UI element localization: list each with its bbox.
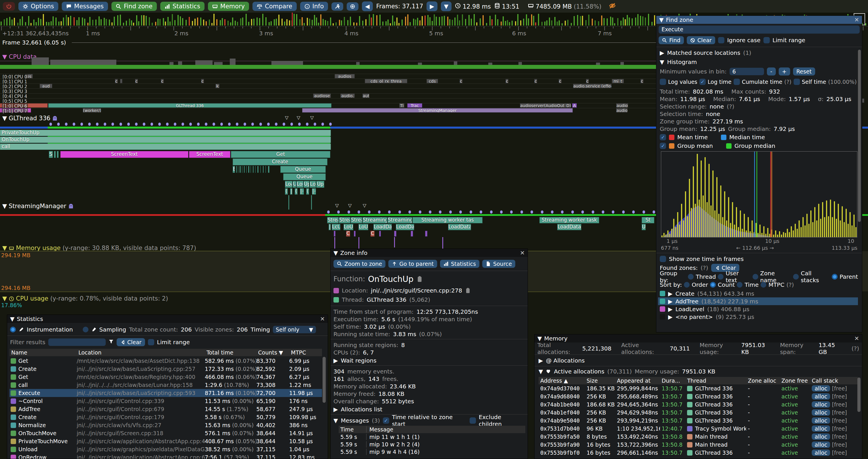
- sample-dot[interactable]: [127, 123, 130, 126]
- timeline-zone[interactable]: St: [642, 217, 654, 223]
- matched-locations-row[interactable]: ▶Matched source locations(1): [660, 49, 858, 57]
- timeline-zone[interactable]: [268, 166, 270, 173]
- sample-dot[interactable]: [166, 123, 168, 126]
- cpu-zone[interactable]: c: [201, 79, 204, 83]
- column-header-address[interactable]: Address ▲: [538, 378, 585, 384]
- alloc-button[interactable]: alloc: [812, 393, 830, 400]
- sample-dot[interactable]: [561, 210, 563, 214]
- timeline-zone[interactable]: U: [642, 224, 646, 230]
- timeline-zone[interactable]: Create: [232, 159, 328, 165]
- sample-dot[interactable]: [530, 210, 533, 214]
- sample-dot[interactable]: [290, 123, 293, 126]
- sample-dot[interactable]: [205, 123, 207, 126]
- stats-table-row[interactable]: Unloadjni/../jni/src/claw/graphics/pixel…: [9, 445, 322, 453]
- clear-button[interactable]: Clear: [687, 36, 715, 44]
- close-icon[interactable]: ✕: [854, 17, 859, 23]
- timeline-zone[interactable]: LoadDaU: [396, 224, 414, 230]
- cpu-zone[interactable]: c: [559, 79, 561, 83]
- sample-dot[interactable]: [228, 123, 230, 126]
- thread-header[interactable]: ▼ GLThread 336: [2, 115, 58, 122]
- timeline-zone[interactable]: [240, 166, 241, 173]
- stats-table-row[interactable]: Createjni/../jni/src/guif/Control.cpp:17…: [9, 413, 322, 421]
- memory-panel-titlebar[interactable]: ▼ Memory✕: [534, 334, 862, 342]
- toolbar-button-info[interactable]: Info: [300, 2, 328, 11]
- sample-dot[interactable]: [490, 210, 493, 214]
- timeline-zone[interactable]: (: [285, 188, 288, 195]
- timeline-zone[interactable]: [334, 231, 336, 236]
- thread-header[interactable]: ▼ StreamingManager: [2, 203, 74, 209]
- power-button[interactable]: [3, 2, 15, 11]
- sample-dot[interactable]: [327, 210, 330, 214]
- filter-input[interactable]: [48, 338, 106, 346]
- memory-table-row[interactable]: 0x74ab9e5040256 KB293,994,219ns13:50.7GL…: [538, 417, 858, 425]
- timeline-zone[interactable]: C: [371, 231, 375, 236]
- sample-dot[interactable]: [541, 210, 544, 214]
- sort-by-count-radio[interactable]: [710, 282, 716, 288]
- timing-dropdown[interactable]: Self only▼: [273, 326, 316, 333]
- timeline-zone[interactable]: [238, 166, 239, 173]
- timeline-zone[interactable]: [57, 151, 59, 158]
- toolbar-button-compare[interactable]: Compare: [252, 2, 297, 11]
- cpu-zone[interactable]: audiose: [313, 94, 331, 98]
- timeline-zone[interactable]: LoadData: [448, 224, 471, 230]
- cpu-zone[interactable]: audio.service (effect): [573, 84, 612, 88]
- timeline-zone[interactable]: (: [295, 188, 298, 195]
- timeline-zone[interactable]: Get: [231, 151, 330, 158]
- sample-dot[interactable]: [73, 123, 75, 126]
- findzone-scrollbar[interactable]: [858, 50, 861, 222]
- timeline-zone[interactable]: [246, 166, 247, 173]
- group-by-call-stacks-radio[interactable]: [793, 274, 799, 280]
- cpu-zone[interactable]: audios: [335, 74, 355, 78]
- sample-dot[interactable]: [267, 123, 270, 126]
- sample-dot[interactable]: [197, 123, 199, 126]
- cpu-zone[interactable]: mi_t: [612, 79, 624, 83]
- close-icon[interactable]: ✕: [320, 316, 325, 322]
- timeline-zone[interactable]: C: [346, 231, 350, 236]
- timeline-zone[interactable]: Loi: [297, 181, 303, 188]
- cpu-zone[interactable]: (worker/): [83, 108, 101, 112]
- sample-dot[interactable]: [283, 123, 285, 126]
- sample-dot[interactable]: [236, 123, 239, 126]
- column-header-zone-alloc[interactable]: Zone alloc: [746, 378, 780, 384]
- timeline-zone[interactable]: [253, 166, 254, 173]
- sample-dot[interactable]: [602, 210, 604, 214]
- timeline-zone[interactable]: U: [293, 181, 296, 188]
- timeline-zone[interactable]: [244, 166, 245, 173]
- toolbar-button-memory[interactable]: Memory: [208, 2, 249, 11]
- timeline-zone[interactable]: Streaming worker tas: [412, 217, 483, 223]
- sample-dot[interactable]: [182, 123, 184, 126]
- memory-table-row[interactable]: 0x7553b9fa9016 bytes153,722,396ns13:50.8…: [538, 440, 858, 449]
- cumulate-time-checkbox[interactable]: [734, 79, 740, 85]
- toolbar-target-button[interactable]: [347, 2, 359, 11]
- ignore-case-checkbox[interactable]: [718, 37, 724, 43]
- timeline-zone[interactable]: [248, 166, 249, 173]
- stats-table-row[interactable]: Executejni/../jni/src/claw/base/LuaScrip…: [9, 389, 322, 397]
- timeline-zone[interactable]: LoU: [359, 224, 368, 230]
- message-row[interactable]: 5.59 smip 11 w 1 h 1 (1): [339, 433, 525, 440]
- sample-dot[interactable]: [50, 123, 52, 126]
- timeline-zone[interactable]: [250, 166, 251, 173]
- sample-dot[interactable]: [298, 123, 301, 126]
- timeline-zone[interactable]: |~: [300, 188, 304, 195]
- cpu-zone[interactable]: c: [641, 79, 643, 83]
- cpu-zone[interactable]: c: [505, 79, 508, 83]
- timeline-zone[interactable]: Up: [316, 181, 324, 188]
- timeline-zone[interactable]: LcU: [332, 224, 340, 230]
- close-icon[interactable]: ✕: [520, 250, 525, 256]
- found-zone-group-row[interactable]: ▶LoadLevel(18) 406.88 µs: [658, 305, 858, 313]
- stats-table-row[interactable]: PrivateTouchMovejni/../jni/src/claw/appl…: [9, 437, 322, 445]
- bin-plus-button[interactable]: +: [779, 67, 790, 75]
- histogram-row[interactable]: ▼Histogram: [660, 58, 858, 66]
- column-header-call-stack[interactable]: Call stack: [810, 378, 858, 384]
- zoom-to-zone-button[interactable]: Zoom to zone: [334, 260, 385, 268]
- allocations-list-row[interactable]: ▶Allocations list: [334, 405, 525, 413]
- log-values-checkbox[interactable]: [660, 79, 666, 85]
- timeline-zone[interactable]: call: [0, 143, 331, 150]
- sample-dot[interactable]: [158, 123, 161, 126]
- timeline-zone[interactable]: LoadData: [557, 224, 581, 230]
- timeline-zone[interactable]: LoadDaU: [373, 224, 392, 230]
- statistics-panel-titlebar[interactable]: ▼ Statistics✕: [7, 315, 328, 323]
- alloc-button[interactable]: alloc: [812, 417, 830, 424]
- toolbar-button-options[interactable]: Options: [19, 2, 58, 11]
- sample-dot[interactable]: [220, 123, 223, 126]
